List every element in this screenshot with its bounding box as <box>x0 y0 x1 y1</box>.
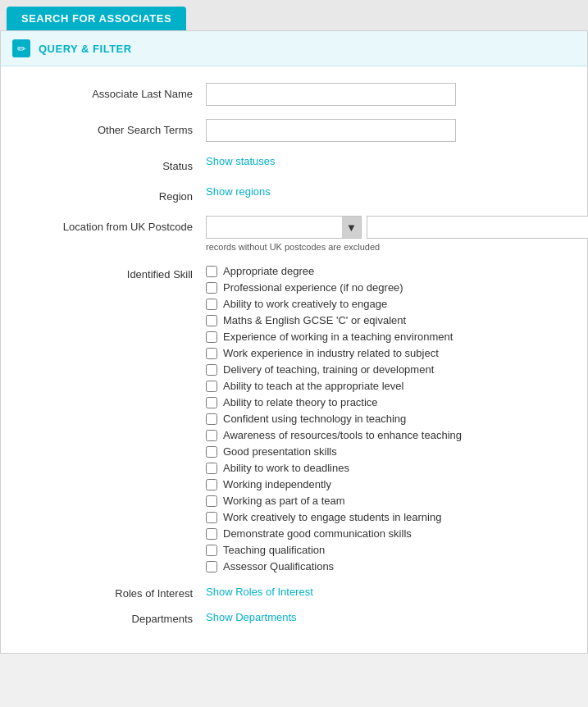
show-statuses-link[interactable]: Show statuses <box>206 155 276 167</box>
roles-label: Roles of Interest <box>17 586 206 600</box>
associate-last-name-row: Associate Last Name <box>17 83 571 106</box>
skill-item: Ability to relate theory to practice <box>206 396 571 408</box>
departments-label: Departments <box>17 611 206 625</box>
skill-checkbox-7[interactable] <box>206 381 217 392</box>
associate-last-name-label: Associate Last Name <box>17 83 206 100</box>
skill-label-text: Work creatively to engage students in le… <box>223 511 441 523</box>
skill-label-text: Demonstrate good communication skills <box>223 527 412 540</box>
skill-item: Ability to work creatively to engage <box>206 298 571 310</box>
skill-checkbox-11[interactable] <box>206 446 217 458</box>
postcode-input[interactable] <box>367 216 588 239</box>
skill-checkbox-12[interactable] <box>206 463 217 474</box>
tab-bar: Search for Associates <box>0 0 588 30</box>
region-control: Show regions <box>206 185 571 198</box>
associate-last-name-input[interactable] <box>206 83 456 106</box>
skill-checkbox-6[interactable] <box>206 364 217 376</box>
skill-item: Working independently <box>206 478 571 490</box>
skill-label-text: Awareness of resources/tools to enhance … <box>223 429 462 441</box>
postcode-note: records without UK postcodes are exclude… <box>206 242 588 252</box>
roles-control: Show Roles of Interest <box>206 586 313 598</box>
location-label: Location from UK Postcode <box>17 216 206 233</box>
skill-item: Work creatively to engage students in le… <box>206 511 571 523</box>
skill-item: Maths & English GCSE 'C' or eqivalent <box>206 314 571 326</box>
form-area: Associate Last Name Other Search Terms S… <box>1 66 587 653</box>
skill-label-text: Good presentation skills <box>223 445 337 458</box>
other-search-terms-control <box>206 119 571 142</box>
skill-label-text: Ability to relate theory to practice <box>223 396 378 408</box>
region-label: Region <box>17 185 206 203</box>
skill-label-text: Delivery of teaching, training or develo… <box>223 363 434 376</box>
skill-item: Experience of working in a teaching envi… <box>206 331 571 343</box>
skill-label-text: Work experience in industry related to s… <box>223 347 439 359</box>
postcode-select-wrapper: ▼ <box>206 216 362 239</box>
skill-checkbox-4[interactable] <box>206 331 217 343</box>
other-search-terms-input[interactable] <box>206 119 456 142</box>
skill-checkboxes: Appropriate degreeProfessional experienc… <box>206 265 571 572</box>
status-label: Status <box>17 155 206 172</box>
skill-label-text: Ability to work to deadlines <box>223 462 349 474</box>
pencil-icon: ✏ <box>12 39 30 57</box>
skill-label-text: Experience of working in a teaching envi… <box>223 331 453 343</box>
skill-checkbox-17[interactable] <box>206 545 217 556</box>
skill-checkbox-15[interactable] <box>206 512 217 523</box>
skill-checkbox-14[interactable] <box>206 495 217 507</box>
departments-row: Departments Show Departments <box>17 611 571 625</box>
tab-search-associates[interactable]: Search for Associates <box>7 7 186 30</box>
skill-checkbox-3[interactable] <box>206 315 217 326</box>
skill-label-text: Working as part of a team <box>223 495 345 507</box>
status-row: Status Show statuses <box>17 155 571 172</box>
skill-checkbox-1[interactable] <box>206 282 217 294</box>
show-regions-link[interactable]: Show regions <box>206 185 271 198</box>
skill-checkbox-2[interactable] <box>206 299 217 310</box>
skill-checkbox-16[interactable] <box>206 528 217 540</box>
show-departments-link[interactable]: Show Departments <box>206 611 297 623</box>
skill-checkbox-13[interactable] <box>206 479 217 490</box>
roles-row: Roles of Interest Show Roles of Interest <box>17 586 571 600</box>
skill-label-text: Assessor Qualifications <box>223 560 334 572</box>
section-header: ✏ Query & Filter <box>1 31 587 66</box>
skill-label-text: Appropriate degree <box>223 265 314 277</box>
skill-label-text: Ability to teach at the appropriate leve… <box>223 380 403 392</box>
skill-checkbox-5[interactable] <box>206 348 217 359</box>
skill-label-text: Professional experience (if no degree) <box>223 281 403 294</box>
skill-checkbox-0[interactable] <box>206 266 217 277</box>
skill-checkbox-10[interactable] <box>206 430 217 441</box>
page-wrapper: Search for Associates ✏ Query & Filter A… <box>0 0 588 707</box>
region-row: Region Show regions <box>17 185 571 203</box>
skill-item: Assessor Qualifications <box>206 560 571 572</box>
skill-item: Delivery of teaching, training or develo… <box>206 363 571 376</box>
skill-label-text: Confident using technology in teaching <box>223 413 406 425</box>
status-control: Show statuses <box>206 155 571 167</box>
skill-item: Confident using technology in teaching <box>206 413 571 425</box>
skill-item: Work experience in industry related to s… <box>206 347 571 359</box>
show-roles-link[interactable]: Show Roles of Interest <box>206 586 313 598</box>
skill-label-text: Maths & English GCSE 'C' or eqivalent <box>223 314 406 326</box>
main-panel: ✏ Query & Filter Associate Last Name Oth… <box>0 30 588 654</box>
identified-skill-label: Identified Skill <box>17 265 206 281</box>
postcode-row: ▼ <box>206 216 588 239</box>
skill-checkbox-9[interactable] <box>206 413 217 425</box>
location-control: ▼ records without UK postcodes are exclu… <box>206 216 588 252</box>
postcode-select[interactable] <box>206 216 362 239</box>
skill-item: Demonstrate good communication skills <box>206 527 571 540</box>
skill-label-text: Teaching qualification <box>223 544 325 556</box>
skill-item: Appropriate degree <box>206 265 571 277</box>
skill-item: Awareness of resources/tools to enhance … <box>206 429 571 441</box>
location-row: Location from UK Postcode ▼ records with… <box>17 216 571 252</box>
skill-item: Good presentation skills <box>206 445 571 458</box>
skill-checkbox-8[interactable] <box>206 397 217 408</box>
skill-item: Ability to teach at the appropriate leve… <box>206 380 571 392</box>
skill-item: Professional experience (if no degree) <box>206 281 571 294</box>
skill-item: Working as part of a team <box>206 495 571 507</box>
skill-label-text: Working independently <box>223 478 331 490</box>
associate-last-name-control <box>206 83 571 106</box>
section-title: Query & Filter <box>39 43 132 55</box>
skill-item: Ability to work to deadlines <box>206 462 571 474</box>
checkbox-list: Appropriate degreeProfessional experienc… <box>206 265 571 572</box>
skill-label-text: Ability to work creatively to engage <box>223 298 387 310</box>
identified-skill-row: Identified Skill Appropriate degreeProfe… <box>17 265 571 572</box>
other-search-terms-row: Other Search Terms <box>17 119 571 142</box>
departments-control: Show Departments <box>206 611 297 623</box>
skill-checkbox-18[interactable] <box>206 561 217 572</box>
other-search-terms-label: Other Search Terms <box>17 119 206 136</box>
